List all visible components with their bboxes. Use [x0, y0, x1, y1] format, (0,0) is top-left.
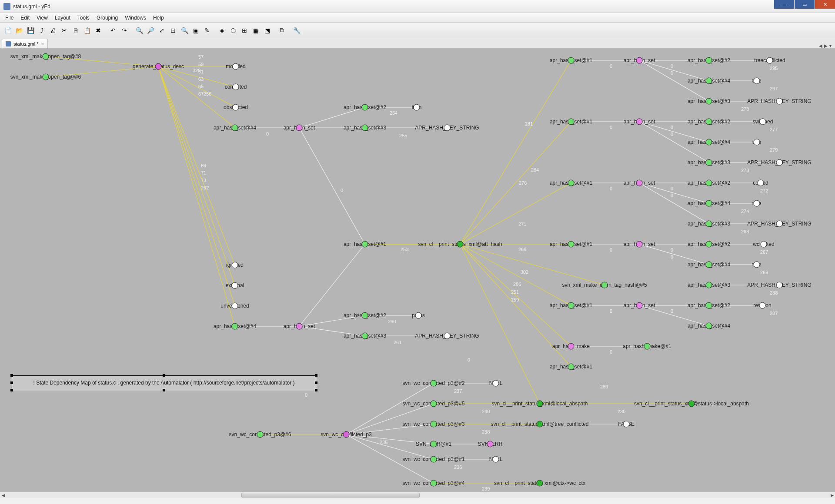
menu-file[interactable]: File [2, 14, 17, 22]
graph-node[interactable]: svn_xml_make_open_tag@#8 [10, 53, 81, 60]
graph-node[interactable]: svn_cl__print_status_xml@tree_conflicted [491, 421, 589, 427]
graph-node[interactable]: apr_hash_set@#1 [550, 302, 593, 308]
selection-handle[interactable] [163, 389, 165, 391]
tab-prev-icon[interactable]: ◀ [819, 43, 822, 48]
graph-node[interactable]: apr_hash_set@#4 [214, 323, 257, 329]
layout-organic-icon[interactable]: ⬡ [228, 25, 238, 36]
edge[interactable] [460, 244, 540, 404]
menu-help[interactable]: Help [150, 14, 167, 22]
copy-icon[interactable]: ⎘ [70, 25, 81, 36]
graph-node[interactable]: APR_HASH_KEY_STRING [415, 333, 479, 339]
graph-node[interactable]: true [752, 78, 762, 84]
graph-node[interactable]: apr_hash_make@#1 [623, 343, 671, 349]
menu-view[interactable]: View [33, 14, 51, 22]
graph-node[interactable]: apr_hash_set@#1 [550, 180, 593, 186]
edge[interactable] [158, 66, 235, 306]
layout-grid-icon[interactable]: ▦ [250, 25, 261, 36]
graph-node[interactable]: svn_cl__print_status_xml@att_hash [418, 241, 502, 247]
graph-node[interactable]: apr_hash_set@#3 [688, 221, 731, 227]
edge[interactable] [158, 66, 235, 128]
graph-node[interactable]: props [412, 312, 425, 318]
graph-node[interactable]: switched [753, 119, 773, 125]
edit-mode-icon[interactable]: ✎ [202, 25, 212, 36]
maximize-button[interactable]: ▭ [795, 0, 815, 9]
selection-handle[interactable] [315, 374, 317, 377]
graph-node[interactable]: apr_hash_set@#4 [688, 78, 731, 84]
graph-node[interactable]: svn_cl__print_status_xml@status->local_a… [634, 401, 749, 407]
graph-node[interactable]: svn_wc_conflicted_p3@#6 [229, 431, 291, 438]
graph-node[interactable]: apr_hash_set@#1 [344, 241, 387, 247]
graph-node[interactable]: svn_xml_make_open_tag@#6 [10, 74, 81, 80]
edge[interactable] [299, 128, 365, 244]
graph-node[interactable]: wclocked [752, 241, 774, 247]
graph-node[interactable]: apr_hash_set@#3 [344, 125, 387, 131]
graph-node[interactable]: SVN_ERR@#1 [416, 441, 452, 447]
graph-node[interactable]: apr_hash_set@#4 [688, 262, 731, 268]
graph-canvas[interactable]: 3295759616365672566971732620025425525328… [0, 49, 835, 498]
graph-node[interactable]: true [752, 200, 762, 206]
graph-node[interactable]: apr_hash_set@#2 [688, 57, 731, 63]
print-icon[interactable]: 🖨 [48, 25, 58, 36]
graph-node[interactable]: apr_hash_set@#3 [688, 159, 731, 166]
graph-node[interactable]: apr_hash_set@#3 [688, 98, 731, 104]
graph-node[interactable]: svn_wc_conflicted_p3@#3 [403, 421, 465, 427]
undo-icon[interactable]: ↶ [108, 25, 118, 36]
graph-node[interactable]: apr_hash_set [284, 323, 315, 329]
minimize-button[interactable]: — [774, 0, 794, 9]
edge[interactable] [158, 66, 235, 265]
properties-icon[interactable]: 🔧 [291, 25, 302, 36]
delete-icon[interactable]: ✖ [93, 25, 104, 36]
selection-handle[interactable] [10, 389, 13, 391]
graph-node[interactable]: unversioned [220, 303, 249, 309]
edge[interactable] [158, 66, 235, 285]
graph-node[interactable]: apr_hash_set [624, 302, 655, 308]
graph-node[interactable]: apr_hash_set@#1 [550, 119, 593, 125]
scroll-thumb[interactable] [241, 493, 420, 497]
edge[interactable] [460, 183, 571, 244]
graph-node[interactable]: copied [753, 180, 768, 186]
graph-node[interactable]: svn_wc_conflicted_p3@#5 [403, 401, 465, 407]
graph-node[interactable]: apr_hash_set [624, 241, 655, 247]
cut-icon[interactable]: ✂ [59, 25, 70, 36]
graph-node[interactable]: apr_hash_set@#2 [344, 312, 387, 318]
graph-node[interactable]: NULL [489, 380, 503, 386]
graph-node[interactable]: apr_hash_set@#3 [688, 282, 731, 288]
edge[interactable] [460, 60, 571, 244]
graph-node[interactable]: svn_wc_conflicted_p3@#1 [403, 456, 465, 462]
new-file-icon[interactable]: 📄 [3, 25, 13, 36]
menu-layout[interactable]: Layout [51, 14, 74, 22]
graph-node[interactable]: external [226, 282, 244, 288]
graph-node[interactable]: SVN_ERR [478, 441, 503, 447]
scroll-left-icon[interactable]: ◀ [0, 492, 6, 498]
close-button[interactable]: ✕ [815, 0, 835, 9]
graph-node[interactable]: apr_hash_set [284, 125, 315, 131]
graph-node[interactable]: revision [753, 302, 771, 308]
graph-node[interactable]: svn_cl__print_status_xml@local_abspath [492, 401, 588, 407]
graph-node[interactable]: apr_hash_set [624, 180, 655, 186]
graph-node[interactable]: svn_cl__print_status_xml@ctx->wc_ctx [494, 480, 585, 486]
graph-node[interactable]: apr_hash_set@#4 [688, 200, 731, 206]
menu-windows[interactable]: Windows [121, 14, 150, 22]
redo-icon[interactable]: ↷ [119, 25, 130, 36]
graph-node[interactable]: apr_hash_set@#1 [550, 241, 593, 247]
menu-edit[interactable]: Edit [17, 14, 33, 22]
graph-node[interactable]: apr_hash_set@#3 [344, 333, 387, 339]
layout-diag-icon[interactable]: ⬔ [262, 25, 272, 36]
graph-node[interactable]: apr_hash_set@#2 [688, 119, 731, 125]
graph-node[interactable]: generate_status_desc [133, 63, 184, 70]
graph-node[interactable]: apr_hash_set@#4 [688, 323, 731, 329]
graph-node[interactable]: obstructed [224, 104, 248, 110]
graph-node[interactable]: FALSE [618, 421, 634, 427]
graph-node[interactable]: apr_hash_set@#1 [550, 57, 593, 63]
horizontal-scrollbar[interactable]: ◀ ▶ [0, 492, 835, 498]
edge[interactable] [346, 404, 434, 434]
graph-node[interactable]: APR_HASH_KEY_STRING [747, 159, 811, 166]
zoom-out-icon[interactable]: 🔎 [145, 25, 156, 36]
graph-node[interactable]: apr_hash_set [624, 119, 655, 125]
layout-tree-icon[interactable]: ⊞ [239, 25, 250, 36]
selection-handle[interactable] [315, 381, 317, 384]
graph-node[interactable]: APR_HASH_KEY_STRING [747, 98, 811, 104]
graph-node[interactable]: apr_hash_set@#4 [214, 125, 257, 131]
graph-node[interactable]: svn_wc_conflicted_p3@#2 [403, 380, 465, 386]
edge[interactable] [460, 244, 571, 305]
